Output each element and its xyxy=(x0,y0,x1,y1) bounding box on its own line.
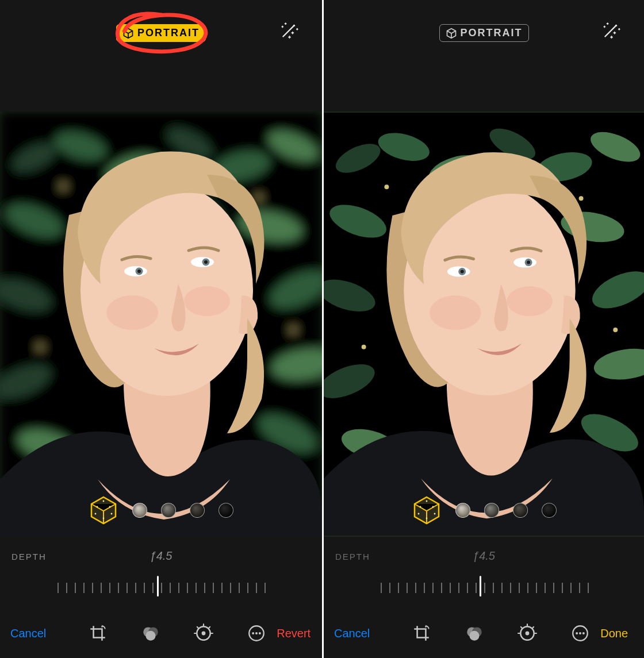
cube-icon xyxy=(122,28,134,39)
auto-enhance-button[interactable] xyxy=(601,22,621,41)
portrait-mode-toggle[interactable]: PORTRAIT xyxy=(439,24,529,42)
top-bar: PORTRAIT xyxy=(324,0,644,111)
portrait-mode-toggle[interactable]: PORTRAIT xyxy=(116,24,206,42)
lighting-studio-icon[interactable] xyxy=(455,503,470,518)
revert-button[interactable]: Revert xyxy=(266,627,322,640)
cancel-button[interactable]: Cancel xyxy=(0,627,56,640)
crop-button[interactable] xyxy=(412,624,431,643)
bottom-toolbar: Cancel Revert xyxy=(0,609,322,658)
aperture-value: ƒ4.5 xyxy=(150,549,172,563)
lighting-contour-icon[interactable] xyxy=(484,503,499,518)
photo-preview[interactable] xyxy=(324,111,644,537)
lighting-stage-mono-icon[interactable] xyxy=(542,503,557,518)
more-button[interactable] xyxy=(570,624,590,643)
done-button[interactable]: Done xyxy=(590,627,644,640)
lighting-natural-icon[interactable] xyxy=(412,495,442,525)
auto-enhance-button[interactable] xyxy=(279,22,299,41)
lighting-stage-mono-icon[interactable] xyxy=(218,503,233,518)
top-bar: PORTRAIT xyxy=(0,0,322,111)
depth-slider[interactable] xyxy=(381,572,588,597)
adjust-button[interactable] xyxy=(194,624,213,643)
depth-control: DEPTH ƒ4.5 xyxy=(0,537,322,609)
lighting-natural-icon[interactable] xyxy=(89,495,118,525)
lighting-studio-icon[interactable] xyxy=(132,503,147,518)
depth-control: DEPTH ƒ4.5 xyxy=(324,537,644,609)
adjust-button[interactable] xyxy=(518,624,537,643)
portrait-lighting-picker[interactable] xyxy=(0,495,322,525)
cube-icon xyxy=(446,28,457,39)
depth-slider[interactable] xyxy=(57,572,264,597)
photo-preview[interactable] xyxy=(0,111,322,537)
portrait-lighting-picker[interactable] xyxy=(324,495,644,525)
editor-right-portrait-off: PORTRAIT DEPTH ƒ4.5 xyxy=(322,0,644,658)
filters-button[interactable] xyxy=(465,624,484,643)
bottom-toolbar: Cancel Done xyxy=(324,609,644,658)
lighting-stage-icon[interactable] xyxy=(513,503,528,518)
filters-button[interactable] xyxy=(141,624,160,643)
lighting-stage-icon[interactable] xyxy=(190,503,205,518)
more-button[interactable] xyxy=(247,624,266,643)
cancel-button[interactable]: Cancel xyxy=(324,627,380,640)
depth-label: DEPTH xyxy=(335,552,370,561)
portrait-label: PORTRAIT xyxy=(137,27,200,39)
portrait-label: PORTRAIT xyxy=(461,27,523,39)
depth-label: DEPTH xyxy=(12,552,47,561)
lighting-contour-icon[interactable] xyxy=(161,503,176,518)
aperture-value: ƒ4.5 xyxy=(473,549,495,563)
editor-left-portrait-on: PORTRAIT xyxy=(0,0,322,658)
crop-button[interactable] xyxy=(88,624,108,643)
